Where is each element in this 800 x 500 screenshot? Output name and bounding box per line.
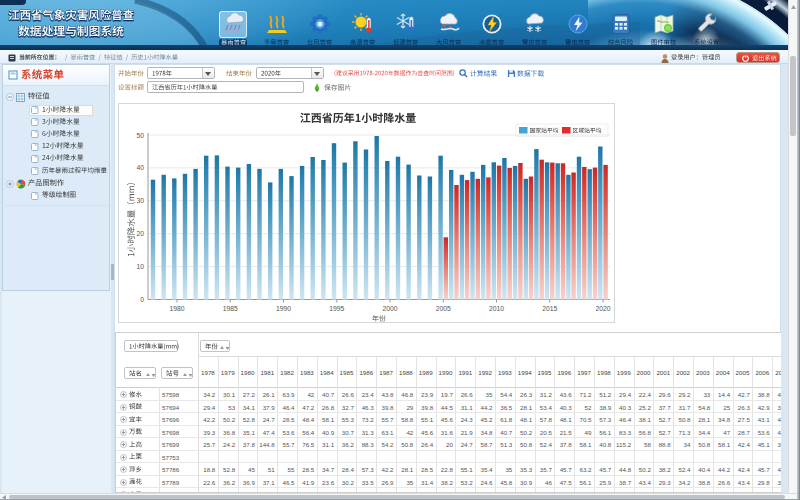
- svg-text:40: 40: [136, 164, 144, 171]
- svg-text:50: 50: [136, 132, 144, 139]
- svg-text:0: 0: [140, 296, 144, 303]
- svg-text:1985: 1985: [223, 305, 238, 312]
- svg-text:30: 30: [136, 197, 144, 204]
- svg-text:2010: 2010: [489, 305, 504, 312]
- svg-text:2015: 2015: [542, 305, 557, 312]
- svg-text:10: 10: [136, 263, 144, 270]
- svg-text:20: 20: [136, 230, 144, 237]
- svg-text:1995: 1995: [329, 305, 344, 312]
- svg-text:1980: 1980: [169, 305, 184, 312]
- svg-text:2020: 2020: [595, 305, 610, 312]
- svg-text:2000: 2000: [382, 305, 397, 312]
- svg-text:1990: 1990: [276, 305, 291, 312]
- svg-text:2005: 2005: [436, 305, 451, 312]
